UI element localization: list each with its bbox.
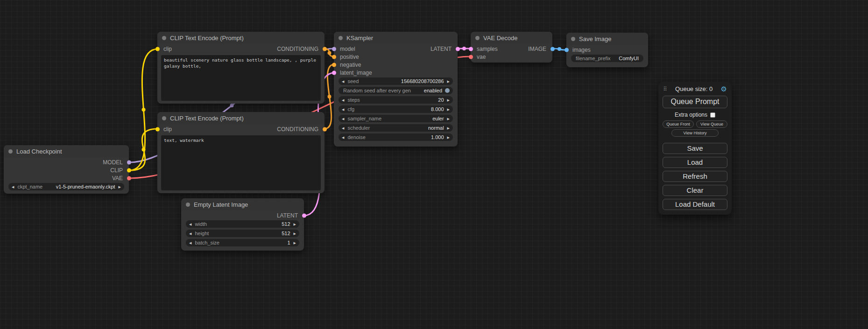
- extra-options-checkbox[interactable]: [710, 112, 715, 118]
- node-titlebar[interactable]: Load Checkpoint: [4, 145, 129, 157]
- refresh-button[interactable]: Refresh: [663, 171, 727, 182]
- slot-row: samples IMAGE: [471, 45, 552, 53]
- queue-front-button[interactable]: Queue Front: [663, 120, 694, 128]
- input-slot-clip[interactable]: [155, 47, 160, 51]
- queue-prompt-button[interactable]: Queue Prompt: [663, 96, 727, 108]
- arrow-right-icon[interactable]: ▶: [294, 223, 296, 226]
- arrow-left-icon[interactable]: ◀: [342, 108, 344, 111]
- arrow-right-icon[interactable]: ▶: [119, 185, 121, 189]
- arrow-left-icon[interactable]: ◀: [342, 126, 344, 130]
- input-slot-negative[interactable]: [332, 63, 336, 67]
- arrow-right-icon[interactable]: ▶: [447, 80, 450, 83]
- node-empty-latent-image[interactable]: Empty Latent Image LATENT ◀ width 512 ▶ …: [181, 198, 304, 251]
- widget-random-seed-toggle[interactable]: Random seed after every gen enabled: [339, 87, 453, 94]
- node-titlebar[interactable]: Save Image: [566, 33, 648, 45]
- widget-denoise[interactable]: ◀ denoise 1.000 ▶: [339, 133, 453, 141]
- input-slot-positive[interactable]: [332, 55, 336, 59]
- arrow-left-icon[interactable]: ◀: [342, 98, 344, 102]
- arrow-left-icon[interactable]: ◀: [342, 136, 344, 139]
- input-label: latent_image: [340, 70, 372, 76]
- collapse-dot-icon[interactable]: [475, 36, 480, 40]
- node-load-checkpoint[interactable]: Load Checkpoint MODEL CLIP VAE ◀ ckpt_na…: [4, 145, 129, 194]
- output-slot-conditioning[interactable]: [323, 127, 327, 131]
- arrow-left-icon[interactable]: ◀: [342, 80, 344, 83]
- output-label: VAE: [112, 175, 123, 182]
- node-titlebar[interactable]: VAE Decode: [471, 32, 552, 44]
- arrow-left-icon[interactable]: ◀: [12, 185, 14, 189]
- input-label: negative: [340, 62, 361, 68]
- graph-canvas[interactable]: Load Checkpoint MODEL CLIP VAE ◀ ckpt_na…: [0, 0, 868, 329]
- widget-sampler-name[interactable]: ◀ sampler_name euler ▶: [339, 115, 453, 122]
- slot-row: clip CONDITIONING: [157, 125, 325, 133]
- view-history-button[interactable]: View History: [671, 129, 718, 137]
- gear-icon[interactable]: ⚙: [721, 85, 727, 92]
- arrow-right-icon[interactable]: ▶: [294, 232, 296, 235]
- arrow-right-icon[interactable]: ▶: [447, 117, 450, 120]
- arrow-right-icon[interactable]: ▶: [447, 98, 450, 102]
- node-ksampler[interactable]: KSampler model LATENT positive negative …: [334, 32, 458, 147]
- widget-name: sampler_name: [347, 116, 381, 121]
- collapse-dot-icon[interactable]: [571, 37, 575, 41]
- collapse-dot-icon[interactable]: [8, 149, 13, 154]
- arrow-right-icon[interactable]: ▶: [447, 108, 450, 111]
- widget-batch-size[interactable]: ◀ batch_size 1 ▶: [186, 239, 299, 246]
- output-label: CONDITIONING: [277, 126, 318, 133]
- widget-value: ComfyUI: [619, 56, 639, 61]
- save-button[interactable]: Save: [663, 143, 727, 154]
- arrow-left-icon[interactable]: ◀: [342, 117, 344, 120]
- widget-seed[interactable]: ◀ seed 156680208700286 ▶: [339, 77, 453, 85]
- slot-row: positive: [334, 53, 458, 61]
- wire-model-midpoint-icon: [230, 104, 234, 107]
- widget-filename-prefix[interactable]: filename_prefix ComfyUI: [571, 55, 643, 62]
- widget-cfg[interactable]: ◀ cfg 8.000 ▶: [339, 105, 453, 113]
- widget-width[interactable]: ◀ width 512 ▶: [186, 220, 299, 228]
- node-clip-text-encode-negative[interactable]: CLIP Text Encode (Prompt) clip CONDITION…: [157, 112, 325, 193]
- widget-steps[interactable]: ◀ steps 20 ▶: [339, 96, 453, 104]
- wire-clip-negative-midpoint-icon: [142, 148, 146, 152]
- collapse-dot-icon[interactable]: [162, 116, 166, 120]
- toggle-icon[interactable]: [445, 88, 450, 93]
- widget-ckpt-name[interactable]: ◀ ckpt_name v1-5-pruned-emaonly.ckpt ▶: [8, 183, 124, 190]
- input-label: clip: [163, 46, 172, 52]
- node-titlebar[interactable]: Empty Latent Image: [181, 198, 304, 210]
- widget-value: 156680208700286: [401, 78, 444, 84]
- node-titlebar[interactable]: CLIP Text Encode (Prompt): [157, 32, 325, 44]
- prompt-textarea[interactable]: beautiful scenery nature glass bottle la…: [161, 55, 321, 101]
- output-slot-conditioning[interactable]: [323, 47, 327, 51]
- input-slot-model[interactable]: [332, 47, 336, 51]
- input-slot-clip[interactable]: [155, 127, 160, 131]
- collapse-dot-icon[interactable]: [339, 36, 343, 40]
- node-save-image[interactable]: Save Image images filename_prefix ComfyU…: [566, 33, 648, 67]
- prompt-textarea[interactable]: text, watermark: [161, 135, 321, 190]
- load-default-button[interactable]: Load Default: [663, 199, 727, 210]
- output-slot-latent[interactable]: [302, 213, 306, 217]
- arrow-left-icon[interactable]: ◀: [189, 232, 191, 235]
- drag-handle-icon[interactable]: ⠿: [663, 86, 667, 92]
- clear-button[interactable]: Clear: [663, 185, 727, 196]
- collapse-dot-icon[interactable]: [186, 203, 190, 207]
- arrow-right-icon[interactable]: ▶: [294, 241, 296, 245]
- input-label: images: [572, 47, 591, 53]
- arrow-left-icon[interactable]: ◀: [189, 223, 191, 226]
- load-button[interactable]: Load: [663, 157, 727, 168]
- node-titlebar[interactable]: KSampler: [334, 32, 458, 44]
- widget-scheduler[interactable]: ◀ scheduler normal ▶: [339, 124, 453, 132]
- input-slot-vae[interactable]: [469, 55, 473, 59]
- output-slot-latent[interactable]: [456, 47, 460, 51]
- node-clip-text-encode-positive[interactable]: CLIP Text Encode (Prompt) clip CONDITION…: [157, 32, 325, 104]
- arrow-left-icon[interactable]: ◀: [189, 241, 191, 245]
- node-vae-decode[interactable]: VAE Decode samples IMAGE vae: [471, 32, 552, 63]
- output-slot-vae[interactable]: [127, 176, 131, 180]
- view-queue-button[interactable]: View Queue: [696, 120, 727, 128]
- arrow-right-icon[interactable]: ▶: [447, 136, 450, 139]
- widget-height[interactable]: ◀ height 512 ▶: [186, 230, 299, 237]
- arrow-right-icon[interactable]: ▶: [447, 126, 450, 130]
- collapse-dot-icon[interactable]: [162, 36, 166, 40]
- node-titlebar[interactable]: CLIP Text Encode (Prompt): [157, 112, 325, 124]
- output-slot-model[interactable]: [127, 160, 131, 164]
- input-slot-latent-image[interactable]: [332, 70, 336, 75]
- output-slot-clip[interactable]: [127, 168, 131, 172]
- input-slot-images[interactable]: [565, 48, 569, 52]
- output-slot-image[interactable]: [550, 47, 555, 51]
- input-slot-samples[interactable]: [469, 47, 473, 51]
